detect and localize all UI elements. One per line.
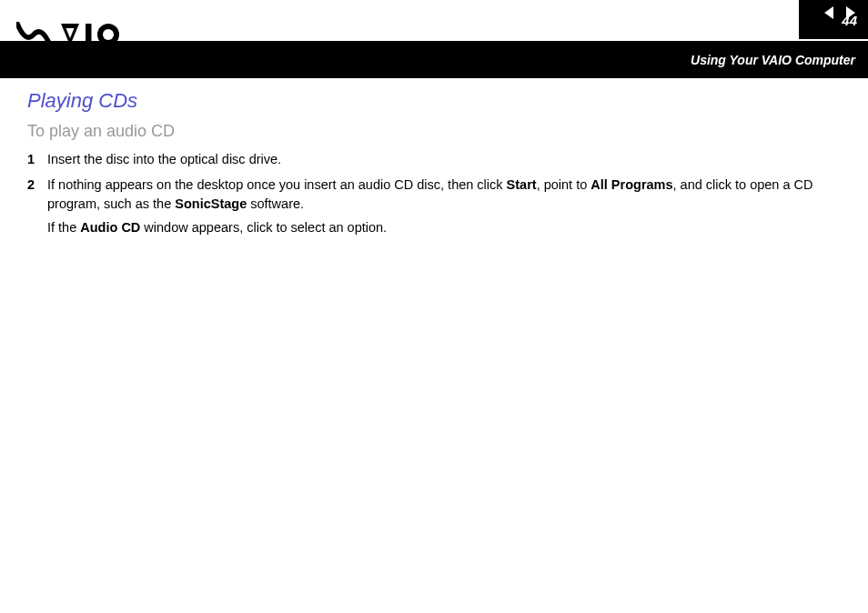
step-extra-text: If the Audio CD window appears, click to… [47, 218, 841, 236]
step-number: 1 [27, 150, 47, 168]
header-strip: Using Your VAIO Computer [0, 41, 868, 78]
section-title: Playing CDs [27, 89, 841, 113]
list-item: 2 If nothing appears on the desktop once… [27, 176, 841, 236]
document-header: 44 Using Your VAIO Computer [0, 0, 868, 78]
step-text: Insert the disc into the optical disc dr… [47, 150, 841, 168]
arrow-left-icon [823, 5, 835, 20]
list-item: 1 Insert the disc into the optical disc … [27, 150, 841, 168]
subsection-title: To play an audio CD [27, 122, 841, 141]
svg-marker-0 [824, 6, 833, 19]
svg-point-6 [103, 29, 114, 40]
page-content: Playing CDs To play an audio CD 1 Insert… [0, 78, 868, 262]
step-text: If nothing appears on the desktop once y… [47, 176, 841, 236]
arrow-right-icon [844, 5, 857, 20]
prev-page-button[interactable] [823, 5, 835, 20]
breadcrumb: Using Your VAIO Computer [691, 53, 855, 67]
svg-marker-1 [846, 6, 855, 19]
step-list: 1 Insert the disc into the optical disc … [27, 150, 841, 236]
next-page-button[interactable] [844, 5, 857, 20]
nav-arrows [823, 5, 857, 20]
step-number: 2 [27, 176, 47, 236]
